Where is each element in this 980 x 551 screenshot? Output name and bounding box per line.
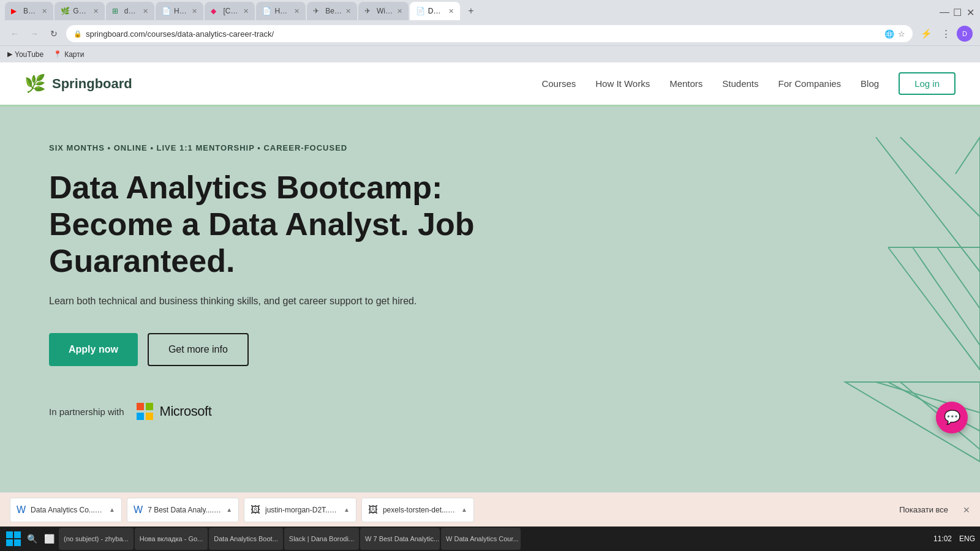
browser-tab-1[interactable]: ▶ Вычитка/про... ✕ <box>5 2 53 20</box>
taskbar-item-5[interactable]: W Data Analytics Cour... <box>441 528 521 550</box>
profile-avatar[interactable]: D <box>957 26 973 42</box>
bookmark-maps[interactable]: 📍 Карти <box>53 50 84 59</box>
youtube-favicon: ▶ <box>7 50 12 58</box>
nav-mentors[interactable]: Mentors <box>669 78 703 89</box>
window-controls: — ☐ ✕ <box>940 7 975 15</box>
maximize-button[interactable]: ☐ <box>953 7 962 15</box>
tab-close-icon[interactable]: ✕ <box>243 7 249 15</box>
taskbar-item-3[interactable]: Slack | Dana Borodi... <box>284 528 359 550</box>
show-all-downloads[interactable]: Показати все <box>899 505 948 514</box>
browser-tab-6[interactable]: 📄 Новый докум... ✕ <box>256 2 306 20</box>
tab-favicon: ◆ <box>211 7 219 15</box>
download-item-0[interactable]: W Data Analytics Co....docx ▲ <box>10 498 122 522</box>
tab-close-icon[interactable]: ✕ <box>448 7 454 15</box>
taskbar-item-0[interactable]: (no subject) - zhyba... <box>59 528 134 550</box>
download-icon: 🖼 <box>251 504 260 515</box>
task-view-button[interactable]: ⬜ <box>42 531 56 546</box>
back-button[interactable]: ← <box>7 26 22 41</box>
taskbar-time: 11:02 <box>933 534 952 543</box>
download-name: 7 Best Data Analy....docx <box>148 506 221 514</box>
microsoft-logo: Microsoft <box>137 403 212 420</box>
taskbar-item-4[interactable]: W 7 Best Data Analytic... <box>360 528 440 550</box>
download-item-1[interactable]: W 7 Best Data Analy....docx ▲ <box>127 498 239 522</box>
download-chevron-icon[interactable]: ▲ <box>226 506 232 513</box>
download-chevron-icon[interactable]: ▲ <box>344 506 350 513</box>
taskbar-lang: ENG <box>959 534 975 543</box>
logo-text: Springboard <box>52 76 132 92</box>
nav-for-companies[interactable]: For Companies <box>778 78 842 89</box>
browser-tab-8[interactable]: ✈ Wing Assistan... ✕ <box>358 2 409 20</box>
ms-yellow-square <box>146 413 153 420</box>
browser-tab-7[interactable]: ✈ Best Data-driv... ✕ <box>307 2 357 20</box>
download-item-2[interactable]: 🖼 justin-morgan-D2T....jpg ▲ <box>244 498 356 522</box>
logo-icon: 🌿 <box>24 73 46 94</box>
browser-tab-3[interactable]: ⊞ done by Dary... ✕ <box>106 2 154 20</box>
taskbar-item-1[interactable]: Нова вкладка - Go... <box>135 528 208 550</box>
hero-buttons: Apply now Get more info <box>49 333 478 366</box>
bookmark-icon[interactable]: ☆ <box>898 29 905 39</box>
tab-label: GPM view ent... <box>73 7 89 15</box>
minimize-button[interactable]: — <box>940 7 948 15</box>
tab-label: Data Analytics... <box>428 7 445 15</box>
browser-tab-9[interactable]: 📄 Data Analytics... ✕ <box>410 2 460 20</box>
login-button[interactable]: Log in <box>899 72 956 95</box>
extensions-button[interactable]: ⚡ <box>918 25 935 42</box>
tab-favicon: 🌿 <box>61 7 69 15</box>
tab-label: Новый докум... <box>274 7 290 15</box>
tab-favicon: ✈ <box>364 7 373 15</box>
tab-label: Wing Assistan... <box>377 7 393 15</box>
site-nav: Courses How It Works Mentors Students Fo… <box>541 72 956 95</box>
start-button[interactable] <box>5 530 22 547</box>
download-name: pexels-torsten-det....jpg <box>383 506 456 514</box>
hero-title: Data Analytics Bootcamp: Become a Data A… <box>49 170 478 279</box>
tab-close-icon[interactable]: ✕ <box>143 7 148 15</box>
tab-close-icon[interactable]: ✕ <box>192 7 197 15</box>
taskbar-item-2[interactable]: Data Analytics Boot... <box>209 528 283 550</box>
search-taskbar-button[interactable]: 🔍 <box>24 531 39 546</box>
tab-label: [CW-32471] C... <box>223 7 239 15</box>
get-more-info-button[interactable]: Get more info <box>148 333 249 366</box>
bookmark-youtube[interactable]: ▶ YouTube <box>7 50 43 59</box>
download-bar: W Data Analytics Co....docx ▲ W 7 Best D… <box>0 492 980 527</box>
tab-favicon: ✈ <box>313 7 322 15</box>
url-text: springboard.com/courses/data-analytics-c… <box>86 29 881 39</box>
nav-blog[interactable]: Blog <box>861 78 879 89</box>
bookmark-youtube-label: YouTube <box>15 50 43 59</box>
download-chevron-icon[interactable]: ▲ <box>109 506 115 513</box>
tab-close-icon[interactable]: ✕ <box>93 7 99 15</box>
ms-red-square <box>137 403 144 410</box>
download-item-3[interactable]: 🖼 pexels-torsten-det....jpg ▲ <box>361 498 474 522</box>
tab-favicon: 📄 <box>262 7 271 15</box>
apply-now-button[interactable]: Apply now <box>49 333 138 366</box>
tab-close-icon[interactable]: ✕ <box>42 7 47 15</box>
browser-tab-5[interactable]: ◆ [CW-32471] C... ✕ <box>205 2 255 20</box>
reload-button[interactable]: ↻ <box>47 26 61 41</box>
tab-favicon: 📄 <box>416 7 424 15</box>
new-tab-button[interactable]: + <box>462 2 480 20</box>
chat-button[interactable]: 💬 <box>936 402 968 433</box>
microsoft-text: Microsoft <box>160 403 212 419</box>
address-bar[interactable]: 🔒 springboard.com/courses/data-analytics… <box>66 25 913 42</box>
tab-label: Best Data-driv... <box>325 7 342 15</box>
close-button[interactable]: ✕ <box>967 7 975 15</box>
tab-label: How to Write... <box>174 7 188 15</box>
hero-subtitle: SIX MONTHS • ONLINE • LIVE 1:1 MENTORSHI… <box>49 143 478 152</box>
tab-label: Вычитка/про... <box>23 7 38 15</box>
browser-tab-4[interactable]: 📄 How to Write... ✕ <box>156 2 203 20</box>
download-name: justin-morgan-D2T....jpg <box>265 506 339 514</box>
close-downloads-bar[interactable]: ✕ <box>963 505 970 515</box>
tab-close-icon[interactable]: ✕ <box>345 7 351 15</box>
translate-icon[interactable]: 🌐 <box>884 29 894 39</box>
svg-rect-0 <box>6 531 13 538</box>
download-name: Data Analytics Co....docx <box>31 506 104 514</box>
site-logo[interactable]: 🌿 Springboard <box>24 73 132 94</box>
browser-tab-2[interactable]: 🌿 GPM view ent... ✕ <box>55 2 104 20</box>
forward-button[interactable]: → <box>27 26 42 41</box>
download-chevron-icon[interactable]: ▲ <box>461 506 467 513</box>
nav-how-it-works[interactable]: How It Works <box>595 78 650 89</box>
tab-close-icon[interactable]: ✕ <box>397 7 402 15</box>
nav-courses[interactable]: Courses <box>541 78 576 89</box>
tab-close-icon[interactable]: ✕ <box>294 7 300 15</box>
more-menu-button[interactable]: ⋮ <box>937 25 954 42</box>
nav-students[interactable]: Students <box>722 78 758 89</box>
